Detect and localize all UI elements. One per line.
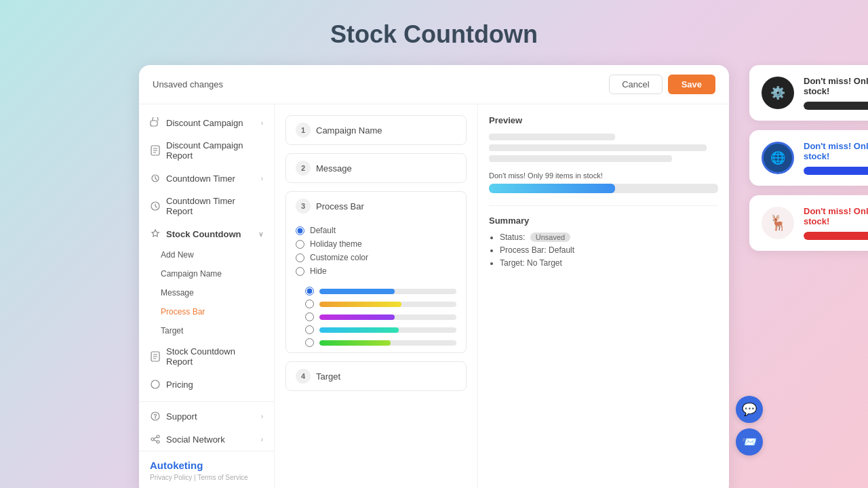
sidebar-item-label: Discount Campaign Report xyxy=(166,140,263,161)
clock-icon xyxy=(150,201,161,211)
step-target[interactable]: 4 Target xyxy=(285,361,467,391)
preview-card-bar-2 xyxy=(804,167,868,175)
page-title: Stock Countdown xyxy=(330,20,538,49)
report2-icon xyxy=(150,351,161,362)
radio-hide-label: Hide xyxy=(310,266,327,276)
sidebar-item-label: Support xyxy=(166,411,197,422)
swatch-track-4 xyxy=(319,327,456,333)
unsaved-label: Unsaved changes xyxy=(153,79,223,89)
svg-rect-0 xyxy=(151,121,157,126)
social-icon xyxy=(150,434,161,445)
swatch-row-3[interactable] xyxy=(305,312,456,321)
preview-bar-track xyxy=(489,184,718,193)
radio-default-label: Default xyxy=(310,226,336,235)
step-label-2: Message xyxy=(316,163,352,174)
preview-skeleton-lines xyxy=(489,134,718,162)
bar-fill-3 xyxy=(804,232,868,240)
radio-holiday-label: Holiday theme xyxy=(310,239,362,249)
support-icon xyxy=(150,411,161,422)
sidebar-subitem-process-bar[interactable]: Process Bar xyxy=(161,302,274,321)
gear-icon xyxy=(150,173,161,184)
chat-button[interactable]: 💬 xyxy=(736,396,763,423)
process-bar-header[interactable]: 3 Process Bar xyxy=(286,192,466,220)
swatch-row-1[interactable] xyxy=(305,287,456,296)
right-cards: ⚙️ Don't miss! Only 10 items in stock! 🌐… xyxy=(749,65,868,251)
preview-bar-area: Don't miss! Only 99 items in stock! xyxy=(489,171,718,193)
sidebar-item-discount-report[interactable]: Discount Campaign Report xyxy=(139,134,274,167)
sidebar-item-countdown-timer[interactable]: Countdown Timer › xyxy=(139,167,274,190)
step-process-bar: 3 Process Bar Default Holiday theme xyxy=(285,191,467,353)
preview-panel: Preview Don't miss! Only 99 items in sto… xyxy=(478,104,729,488)
sidebar-footer-links: Privacy Policy | Terms of Service xyxy=(150,474,263,481)
step-number-1: 1 xyxy=(296,123,311,138)
svg-point-8 xyxy=(157,435,159,438)
summary-title: Summary xyxy=(489,216,718,226)
preview-title: Preview xyxy=(489,115,718,125)
swatch-row-2[interactable] xyxy=(305,300,456,308)
sidebar: Discount Campaign › Discount Campaign Re… xyxy=(139,104,275,488)
sidebar-item-stock-countdown[interactable]: Stock Countdown ∨ xyxy=(139,222,274,245)
swatch-row-4[interactable] xyxy=(305,325,456,334)
circle-icon xyxy=(150,379,161,390)
sidebar-item-pricing[interactable]: Pricing xyxy=(139,373,274,396)
preview-bar-fill xyxy=(489,184,615,193)
preview-card-icon-2: 🌐 xyxy=(762,142,794,174)
sidebar-item-discount-campaign[interactable]: Discount Campaign › xyxy=(139,111,274,134)
status-badge: Unsaved xyxy=(530,232,570,242)
swatch-track-3 xyxy=(319,314,456,320)
skeleton-line-2 xyxy=(489,144,707,151)
sidebar-item-stock-report[interactable]: Stock Countdown Report xyxy=(139,340,274,373)
save-button[interactable]: Save xyxy=(668,75,715,94)
step-campaign-name[interactable]: 1 Campaign Name xyxy=(285,115,467,145)
summary-section: Summary Status: Unsaved Process Bar: Def… xyxy=(489,205,718,268)
chevron-down-icon: ∨ xyxy=(258,230,263,238)
swatch-track-1 xyxy=(319,289,456,294)
radio-hide[interactable]: Hide xyxy=(296,266,456,276)
radio-default[interactable]: Default xyxy=(296,226,456,235)
skeleton-line-1 xyxy=(489,134,615,140)
star-icon xyxy=(150,228,161,239)
summary-list: Status: Unsaved Process Bar: Default Tar… xyxy=(489,232,718,268)
summary-target: Target: No Target xyxy=(500,258,718,268)
step-message[interactable]: 2 Message xyxy=(285,153,467,183)
chevron-right-icon: › xyxy=(261,175,263,182)
radio-holiday[interactable]: Holiday theme xyxy=(296,239,456,249)
sidebar-item-social[interactable]: Social Network › xyxy=(139,428,274,451)
summary-process-bar: Process Bar: Default xyxy=(500,245,718,255)
step-label-4: Target xyxy=(316,371,340,382)
step-label-1: Campaign Name xyxy=(316,125,382,136)
radio-customize-label: Customize color xyxy=(310,253,368,262)
bar-fill-2 xyxy=(804,167,868,175)
messenger-button[interactable]: 📨 xyxy=(736,428,763,455)
skeleton-line-3 xyxy=(489,155,672,162)
swatch-row-5[interactable] xyxy=(305,338,456,347)
sidebar-subitem-campaign-name[interactable]: Campaign Name xyxy=(161,264,274,283)
sidebar-subitem-add-new[interactable]: Add New xyxy=(161,245,274,264)
sidebar-item-countdown-report[interactable]: Countdown Timer Report xyxy=(139,190,274,222)
sidebar-item-support[interactable]: Support › xyxy=(139,405,274,428)
svg-point-7 xyxy=(151,438,154,441)
tag-icon xyxy=(150,117,161,128)
step-label-3: Process Bar xyxy=(316,201,364,211)
step-number-3: 3 xyxy=(296,199,311,214)
preview-card-bar-3 xyxy=(804,232,868,240)
main-card: Unsaved changes Cancel Save Discount Cam… xyxy=(139,65,729,488)
preview-card-text-3: Don't miss! Only 10 items in stock! xyxy=(804,206,868,226)
card-body: Discount Campaign › Discount Campaign Re… xyxy=(139,104,729,488)
sidebar-item-label: Countdown Timer xyxy=(166,174,235,184)
preview-card-text-1: Don't miss! Only 10 items in stock! xyxy=(804,76,868,96)
cancel-button[interactable]: Cancel xyxy=(609,75,662,94)
report-icon xyxy=(150,145,161,156)
summary-status: Status: Unsaved xyxy=(500,232,718,242)
preview-card-3: 🦌 Don't miss! Only 10 items in stock! xyxy=(749,195,868,251)
sidebar-subitem-target[interactable]: Target xyxy=(161,321,274,340)
radio-customize[interactable]: Customize color xyxy=(296,253,456,262)
swatch-track-2 xyxy=(319,302,456,307)
preview-card-2: 🌐 Don't miss! Only 10 items in stock! xyxy=(749,130,868,186)
radio-options: Default Holiday theme Customize color xyxy=(286,220,466,284)
sidebar-subitem-message[interactable]: Message xyxy=(161,283,274,302)
color-swatches xyxy=(286,284,466,352)
svg-point-9 xyxy=(157,441,159,443)
chevron-right-icon: › xyxy=(261,119,263,127)
swatch-track-5 xyxy=(319,340,456,346)
